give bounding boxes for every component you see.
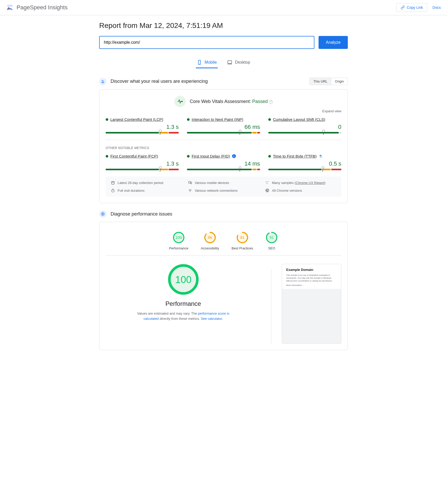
diagnose-icon <box>99 210 106 218</box>
gauge-circle-icon: 100 <box>172 231 185 244</box>
percentile-marker-icon <box>323 131 324 135</box>
expand-view-link[interactable]: Expand view <box>106 109 341 113</box>
info-networks: Various network connections <box>188 188 259 192</box>
devices-icon <box>188 181 192 185</box>
perf-right: Example Domain This domain is for use in… <box>282 264 341 344</box>
info-badge-icon[interactable]: i <box>232 154 236 158</box>
metric-value: 0.5 s <box>268 160 341 167</box>
svg-point-17 <box>267 183 268 184</box>
scatter-icon <box>265 181 269 185</box>
status-dot-icon <box>187 155 190 158</box>
vertical-divider <box>271 269 271 344</box>
link-icon <box>401 5 405 10</box>
tab-desktop[interactable]: Desktop <box>226 57 251 68</box>
metric-name-link[interactable]: First Contentful Paint (FCP) <box>110 154 158 158</box>
url-input[interactable] <box>99 36 314 49</box>
svg-point-8 <box>182 101 182 102</box>
copy-link-label: Copy Link <box>407 5 423 10</box>
status-dot-icon <box>268 118 271 121</box>
gauge-seo[interactable]: 91 SEO <box>265 231 278 250</box>
metric-fcp: First Contentful Paint (FCP) 1.3 s <box>106 154 179 170</box>
metric-value: 1.3 s <box>106 124 179 130</box>
percentile-marker-icon <box>322 167 323 172</box>
header-left: PageSpeed Insights <box>6 4 68 11</box>
device-tabs: Mobile Desktop <box>99 57 348 68</box>
svg-rect-0 <box>7 5 13 7</box>
discover-title: Discover what your real users are experi… <box>111 79 208 84</box>
preview-title: Example Domain <box>286 268 337 272</box>
origin-button[interactable]: Origin <box>331 78 348 85</box>
discover-section-header: Discover what your real users are experi… <box>99 78 348 85</box>
perf-detail: 100 Performance Values are estimated and… <box>106 264 341 344</box>
perf-heading: Performance <box>165 300 201 307</box>
info-period-text: Latest 28-day collection period <box>118 181 163 185</box>
metric-fid: First Input Delay (FID) i 14 ms <box>187 154 260 170</box>
preview-text: This domain is for use in illustrative e… <box>286 274 337 283</box>
metric-distribution-bar <box>187 169 260 170</box>
metric-distribution-bar <box>187 132 260 134</box>
tab-mobile[interactable]: Mobile <box>196 57 218 68</box>
svg-point-6 <box>102 80 103 81</box>
diagnose-section-header: Diagnose performance issues <box>99 210 348 218</box>
info-devices-text: Various mobile devices <box>195 181 229 185</box>
info-period: Latest 28-day collection period <box>111 181 182 185</box>
chrome-ux-link[interactable]: Chrome UX Report <box>296 181 325 185</box>
status-dot-icon <box>106 118 108 121</box>
app-title: PageSpeed Insights <box>17 4 68 11</box>
metric-distribution-bar <box>106 132 179 134</box>
svg-rect-13 <box>189 181 191 183</box>
metric-name-link[interactable]: First Input Delay (FID) <box>192 154 230 158</box>
gauge-accessibility[interactable]: 86 Accessibility <box>201 231 219 250</box>
preview-head: Example Domain This domain is for use in… <box>282 264 341 289</box>
cwv-label: Core Web Vitals Assessment: <box>190 99 251 104</box>
metric-lcp: Largest Contentful Paint (LCP) 1.3 s <box>106 117 179 134</box>
info-samples-text: Many samples (Chrome UX Report) <box>272 181 326 185</box>
other-metrics-label: OTHER NOTABLE METRICS <box>106 146 341 150</box>
metric-value: 1.3 s <box>106 160 179 167</box>
percentile-marker-icon <box>160 167 160 172</box>
gauge-best-practices[interactable]: 81 Best Practices <box>232 231 253 250</box>
cwv-status: Passed <box>252 99 268 104</box>
info-strip: Latest 28-day collection period Various … <box>106 176 341 197</box>
svg-point-7 <box>103 81 104 81</box>
svg-text:81: 81 <box>240 235 244 240</box>
help-icon[interactable]: ? <box>269 100 273 104</box>
see-calculator-link[interactable]: See calculator. <box>201 317 223 321</box>
this-url-button[interactable]: This URL <box>310 78 331 85</box>
metric-name-link[interactable]: Interaction to Next Paint (INP) <box>192 117 243 122</box>
info-durations: Full visit durations <box>111 188 182 192</box>
analyze-button[interactable]: Analyze <box>319 36 348 49</box>
status-dot-icon <box>268 155 271 158</box>
metric-name-link[interactable]: Cumulative Layout Shift (CLS) <box>273 117 325 122</box>
perf-note: Values are estimated and may vary. The p… <box>134 311 233 321</box>
svg-text:91: 91 <box>270 235 274 240</box>
gauge-performance[interactable]: 100 Performance <box>169 231 188 250</box>
percentile-marker-icon <box>240 167 240 172</box>
app-header: PageSpeed Insights Copy Link Docs <box>0 0 447 15</box>
diagnose-left: Diagnose performance issues <box>99 210 172 218</box>
metric-name-link[interactable]: Largest Contentful Paint (LCP) <box>110 117 163 122</box>
status-dot-icon <box>187 118 190 121</box>
tab-desktop-label: Desktop <box>235 60 250 65</box>
info-versions-text: All Chrome versions <box>272 189 302 192</box>
big-performance-gauge: 100 <box>168 264 199 295</box>
metric-name-link[interactable]: Time to First Byte (TTFB) <box>273 154 317 158</box>
status-dot-icon <box>106 155 108 158</box>
svg-point-16 <box>268 181 268 182</box>
main-container: Report from Mar 12, 2024, 7:51:19 AM Ana… <box>99 15 348 373</box>
svg-point-15 <box>266 182 267 182</box>
info-devices: Various mobile devices <box>188 181 259 185</box>
metric-value: 0 <box>268 124 341 130</box>
network-icon <box>188 188 192 192</box>
section-left: Discover what your real users are experi… <box>99 78 208 85</box>
gauge-circle-icon: 91 <box>265 231 278 244</box>
svg-text:100: 100 <box>175 274 191 285</box>
stopwatch-icon <box>111 188 115 192</box>
metric-value: 66 ms <box>187 124 260 130</box>
cwv-header: Core Web Vitals Assessment: Passed ? <box>106 96 341 107</box>
docs-link[interactable]: Docs <box>432 5 441 10</box>
gauge-circle-icon: 86 <box>204 231 216 244</box>
copy-link-button[interactable]: Copy Link <box>396 3 427 12</box>
preview-body <box>282 289 341 343</box>
report-title: Report from Mar 12, 2024, 7:51:19 AM <box>99 21 348 30</box>
